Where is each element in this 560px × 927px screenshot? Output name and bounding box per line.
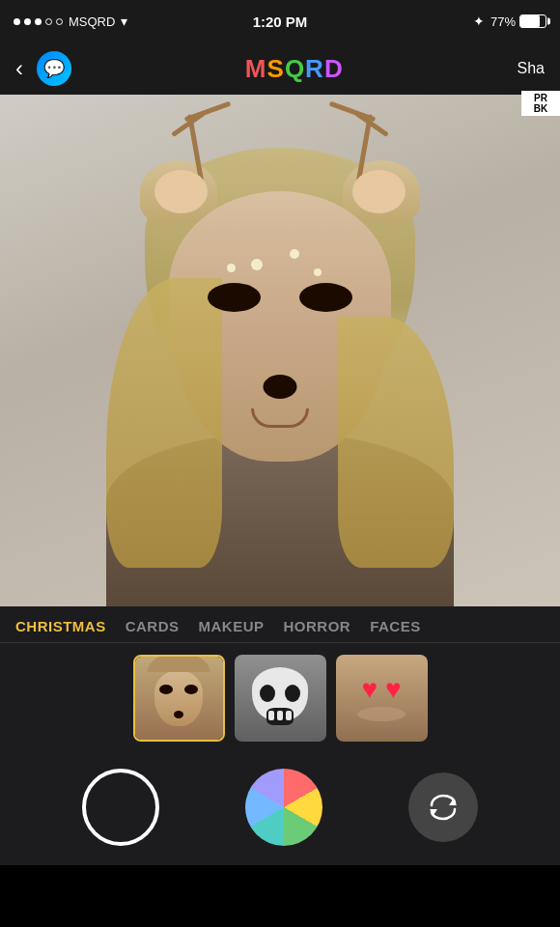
wifi-icon: ▾ — [121, 14, 127, 29]
deer-thumb-face — [154, 670, 203, 726]
deer-thumb-hair — [148, 657, 210, 672]
skull-teeth — [266, 708, 294, 723]
tooth-3 — [286, 711, 292, 720]
flip-camera-icon — [428, 792, 459, 823]
battery-container: 77% — [490, 14, 546, 29]
signal-dots — [14, 18, 63, 25]
category-tabs: CHRISTMAS CARDS MAKEUP HORROR FACES — [0, 606, 560, 643]
nose — [264, 375, 297, 399]
time-display: 1:20 PM — [253, 14, 308, 30]
battery-fill — [520, 15, 540, 27]
back-button[interactable]: ‹ — [15, 55, 23, 82]
status-bar: MSQRD ▾ 1:20 PM ✦ 77% — [0, 0, 560, 42]
app-title: MSQRD — [245, 54, 344, 84]
tab-makeup[interactable]: MAKEUP — [199, 618, 265, 634]
spot-2 — [290, 249, 299, 259]
spot-3 — [314, 268, 322, 276]
capture-button[interactable] — [82, 769, 159, 846]
color-filter-button[interactable] — [245, 769, 322, 846]
camera-feed — [0, 95, 560, 606]
nav-bar: ‹ 💬 MSQRD Sha PR BK — [0, 42, 560, 95]
left-eye — [208, 283, 261, 312]
signal-dot-4 — [45, 18, 52, 25]
left-status-group: MSQRD ▾ — [14, 14, 127, 29]
signal-dot-1 — [14, 18, 20, 25]
deer-thumb-eye-r — [184, 685, 198, 694]
spot-4 — [227, 264, 236, 272]
hearts-face — [357, 707, 406, 721]
right-status-group: ✦ 77% — [473, 14, 546, 29]
deer-thumb-nose — [174, 711, 183, 718]
tooth-1 — [268, 711, 274, 720]
title-m: M — [245, 54, 267, 83]
tooth-2 — [277, 711, 283, 720]
tab-cards[interactable]: CARDS — [126, 618, 180, 634]
title-r: R — [305, 54, 324, 83]
skull-eye-r — [285, 685, 300, 702]
bottom-panel: CHRISTMAS CARDS MAKEUP HORROR FACES — [0, 606, 560, 865]
camera-view — [0, 95, 560, 606]
filter-hearts[interactable]: ♥ ♥ — [336, 655, 428, 742]
signal-dot-2 — [24, 18, 31, 25]
skull-eye-l — [260, 685, 275, 702]
controls-row — [0, 753, 560, 865]
skull-mouth — [266, 708, 294, 725]
messenger-button[interactable]: 💬 — [37, 51, 71, 86]
share-button[interactable]: Sha — [518, 60, 545, 77]
hearts-eyes: ♥ ♥ — [361, 676, 401, 703]
title-s: S — [267, 54, 285, 83]
messenger-icon: 💬 — [43, 58, 65, 79]
filter-skull[interactable] — [235, 655, 326, 742]
signal-dot-5 — [56, 18, 63, 25]
tab-christmas[interactable]: CHRISTMAS — [15, 618, 106, 634]
deer-left-ear-inner — [154, 170, 208, 213]
deer-thumb-eye-l — [159, 685, 173, 694]
bluetooth-icon: ✦ — [473, 14, 485, 29]
title-d: D — [324, 54, 344, 83]
filter-row: ♥ ♥ — [0, 643, 560, 753]
carrier-label: MSQRD — [69, 14, 115, 29]
watermark-line2: BK — [524, 103, 557, 114]
title-q: Q — [285, 54, 305, 83]
battery-percent: 77% — [490, 14, 516, 29]
deer-thumb-bg — [135, 657, 223, 740]
signal-dot-3 — [35, 18, 42, 25]
spot-1 — [251, 259, 263, 270]
hearts-thumb-bg: ♥ ♥ — [336, 655, 428, 742]
nav-left-group: ‹ 💬 — [15, 51, 71, 86]
heart-eye-right: ♥ — [385, 676, 402, 703]
tab-faces[interactable]: FACES — [370, 618, 421, 634]
deer-right-ear-inner — [352, 170, 406, 213]
battery-icon — [519, 14, 546, 28]
filter-deer[interactable] — [133, 655, 225, 742]
skull-thumb-bg — [235, 655, 326, 742]
tab-horror[interactable]: HORROR — [284, 618, 351, 634]
watermark-line1: PR — [524, 93, 557, 103]
heart-eye-left: ♥ — [361, 676, 378, 703]
watermark: PR BK — [521, 91, 560, 116]
skull-face — [252, 667, 308, 730]
flip-camera-button[interactable] — [408, 772, 478, 842]
right-eye — [299, 283, 352, 312]
